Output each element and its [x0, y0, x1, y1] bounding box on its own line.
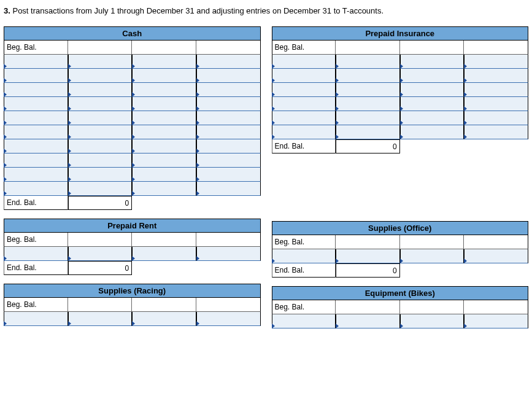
entry-debit[interactable]	[336, 55, 400, 69]
entry-desc-right[interactable]	[196, 55, 261, 69]
entry-desc-left[interactable]	[272, 249, 336, 263]
entry-credit[interactable]	[400, 111, 465, 125]
entry-desc-right[interactable]	[196, 247, 261, 261]
beg-bal-debit[interactable]	[68, 298, 133, 312]
entry-credit[interactable]	[400, 83, 465, 97]
entry-credit[interactable]	[400, 249, 465, 263]
entry-desc-left[interactable]	[4, 139, 68, 153]
entry-desc-left[interactable]	[272, 55, 336, 69]
entry-debit[interactable]	[68, 312, 133, 326]
entry-debit[interactable]	[336, 111, 400, 125]
entry-credit[interactable]	[132, 111, 196, 125]
end-bal-value[interactable]: 0	[336, 263, 400, 278]
entry-desc-right[interactable]	[196, 153, 261, 168]
entry-desc-right[interactable]	[196, 111, 261, 125]
beg-bal-desc[interactable]	[464, 235, 528, 249]
entry-credit[interactable]	[132, 83, 196, 97]
entry-credit[interactable]	[400, 55, 465, 69]
entry-desc-right[interactable]	[196, 139, 261, 153]
end-bal-value[interactable]: 0	[68, 261, 133, 275]
beg-bal-desc[interactable]	[196, 41, 261, 55]
entry-desc-right[interactable]	[464, 125, 528, 139]
entry-credit[interactable]	[132, 312, 196, 326]
entry-desc-left[interactable]	[4, 83, 68, 97]
entry-desc-right[interactable]	[464, 83, 528, 97]
entry-debit[interactable]	[68, 111, 133, 125]
entry-debit[interactable]	[336, 83, 400, 97]
entry-desc-right[interactable]	[196, 168, 261, 182]
entry-debit[interactable]	[336, 314, 400, 328]
entry-debit[interactable]	[68, 153, 133, 168]
beg-bal-debit[interactable]	[336, 300, 400, 314]
beg-bal-credit[interactable]	[132, 233, 196, 247]
entry-desc-left[interactable]	[4, 125, 68, 139]
beg-bal-desc[interactable]	[464, 300, 528, 314]
entry-desc-left[interactable]	[272, 97, 336, 111]
entry-desc-right[interactable]	[196, 125, 261, 139]
entry-credit[interactable]	[132, 168, 196, 182]
entry-desc-left[interactable]	[4, 55, 68, 69]
entry-credit[interactable]	[400, 69, 465, 83]
entry-desc-left[interactable]	[4, 247, 68, 261]
beg-bal-credit[interactable]	[400, 235, 465, 249]
entry-debit[interactable]	[68, 182, 133, 196]
entry-credit[interactable]	[400, 125, 465, 139]
entry-credit[interactable]	[132, 55, 196, 69]
entry-desc-left[interactable]	[272, 111, 336, 125]
entry-credit[interactable]	[132, 182, 196, 196]
entry-debit[interactable]	[68, 97, 133, 111]
beg-bal-debit[interactable]	[336, 235, 400, 249]
entry-credit[interactable]	[400, 97, 465, 111]
entry-desc-right[interactable]	[464, 111, 528, 125]
entry-desc-right[interactable]	[196, 69, 261, 83]
entry-debit[interactable]	[68, 139, 133, 153]
entry-desc-left[interactable]	[4, 168, 68, 182]
entry-credit[interactable]	[400, 314, 465, 328]
entry-desc-right[interactable]	[464, 55, 528, 69]
entry-desc-left[interactable]	[272, 125, 336, 139]
entry-desc-right[interactable]	[464, 69, 528, 83]
entry-credit[interactable]	[132, 139, 196, 153]
beg-bal-credit[interactable]	[400, 300, 465, 314]
beg-bal-debit[interactable]	[68, 41, 133, 55]
entry-debit[interactable]	[336, 69, 400, 83]
entry-credit[interactable]	[132, 97, 196, 111]
beg-bal-debit[interactable]	[68, 233, 133, 247]
entry-desc-left[interactable]	[272, 83, 336, 97]
entry-debit[interactable]	[336, 249, 400, 263]
entry-debit[interactable]	[336, 125, 400, 139]
entry-debit[interactable]	[336, 97, 400, 111]
entry-debit[interactable]	[68, 125, 133, 139]
beg-bal-desc[interactable]	[464, 41, 528, 55]
entry-desc-left[interactable]	[4, 69, 68, 83]
entry-desc-left[interactable]	[272, 69, 336, 83]
entry-desc-left[interactable]	[4, 312, 68, 326]
entry-desc-right[interactable]	[464, 97, 528, 111]
entry-debit[interactable]	[68, 83, 133, 97]
beg-bal-desc[interactable]	[196, 233, 261, 247]
entry-credit[interactable]	[132, 69, 196, 83]
beg-bal-desc[interactable]	[196, 298, 261, 312]
entry-credit[interactable]	[132, 153, 196, 168]
entry-debit[interactable]	[68, 69, 133, 83]
beg-bal-debit[interactable]	[336, 41, 400, 55]
end-bal-value[interactable]: 0	[68, 196, 133, 210]
entry-desc-left[interactable]	[272, 314, 336, 328]
entry-desc-right[interactable]	[464, 314, 528, 328]
end-bal-value[interactable]: 0	[336, 139, 400, 153]
entry-desc-left[interactable]	[4, 111, 68, 125]
beg-bal-credit[interactable]	[132, 298, 196, 312]
entry-desc-left[interactable]	[4, 182, 68, 196]
entry-desc-right[interactable]	[196, 312, 261, 326]
beg-bal-credit[interactable]	[132, 41, 196, 55]
entry-debit[interactable]	[68, 168, 133, 182]
entry-desc-right[interactable]	[196, 83, 261, 97]
entry-credit[interactable]	[132, 247, 196, 261]
entry-desc-right[interactable]	[464, 249, 528, 263]
entry-credit[interactable]	[132, 125, 196, 139]
entry-desc-left[interactable]	[4, 97, 68, 111]
entry-debit[interactable]	[68, 55, 133, 69]
entry-desc-right[interactable]	[196, 97, 261, 111]
beg-bal-credit[interactable]	[400, 41, 465, 55]
entry-desc-right[interactable]	[196, 182, 261, 196]
